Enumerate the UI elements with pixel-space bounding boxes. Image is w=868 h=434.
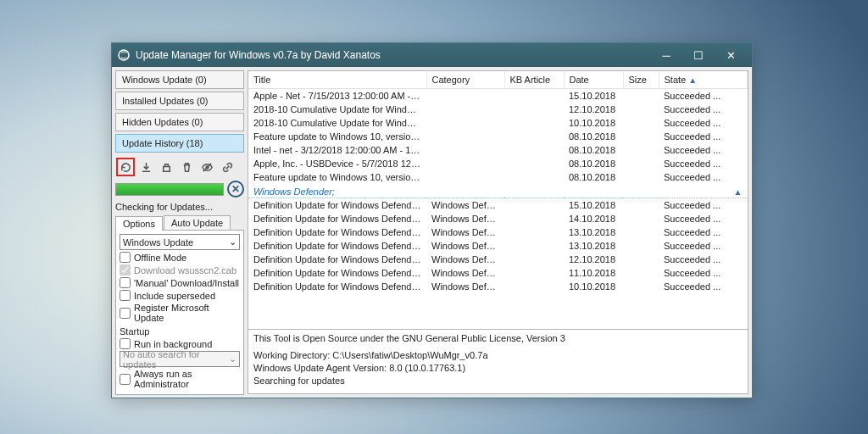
offline-mode-checkbox[interactable]: [120, 252, 131, 263]
sort-arrow-icon: ▲: [688, 75, 697, 85]
status-text: Checking for Updates...: [115, 202, 244, 212]
log-line: Searching for updates: [253, 375, 743, 387]
app-window: Update Manager for Windows v0.7a by Davi…: [111, 42, 753, 398]
tab-auto-update[interactable]: Auto Update: [164, 215, 231, 230]
col-category[interactable]: Category: [426, 71, 504, 89]
sidebar: Windows Update (0)Installed Updates (0)H…: [112, 67, 248, 398]
nav-button-1[interactable]: Installed Updates (0): [115, 92, 244, 110]
chevron-down-icon: ⌄: [229, 353, 236, 364]
download-cab-checkbox: [120, 264, 131, 275]
table-row[interactable]: Definition Update for Windows Defender A…: [248, 266, 748, 280]
log-box[interactable]: This Tool is Open Source under the GNU G…: [248, 329, 748, 393]
minimize-button[interactable]: ─: [650, 43, 682, 67]
group-header-row[interactable]: Windows Defender;▲: [248, 184, 748, 198]
column-header-row[interactable]: Title Category KB Article Date Size Stat…: [248, 71, 748, 89]
install-icon[interactable]: [157, 158, 175, 176]
nav-button-3[interactable]: Update History (18): [115, 134, 244, 153]
maximize-button[interactable]: ☐: [682, 43, 715, 67]
table-row[interactable]: 2018-10 Cumulative Update for Windows 10…: [248, 116, 748, 130]
table-row[interactable]: Feature update to Windows 10, version 18…: [248, 170, 748, 184]
chevron-down-icon: ⌄: [229, 236, 236, 248]
update-list[interactable]: Title Category KB Article Date Size Stat…: [248, 71, 748, 329]
log-line: Windows Update Agent Version: 8.0 (10.0.…: [253, 362, 743, 375]
col-date[interactable]: Date: [564, 71, 623, 89]
titlebar[interactable]: Update Manager for Windows v0.7a by Davi…: [112, 43, 752, 67]
table-row[interactable]: Definition Update for Windows Defender A…: [248, 253, 748, 266]
option-tabs: Options Auto Update: [115, 215, 244, 231]
col-state[interactable]: State ▲: [659, 71, 748, 89]
link-icon[interactable]: [218, 158, 236, 176]
run-as-admin-checkbox[interactable]: [120, 374, 131, 385]
table-row[interactable]: Definition Update for Windows Defender A…: [248, 225, 748, 239]
source-combo[interactable]: Windows Update⌄: [120, 234, 240, 250]
table-row[interactable]: Definition Update for Windows Defender A…: [248, 198, 748, 213]
table-row[interactable]: Feature update to Windows 10, version 18…: [248, 130, 748, 143]
close-button[interactable]: ✕: [715, 43, 747, 67]
table-row[interactable]: Definition Update for Windows Defender A…: [248, 212, 748, 225]
table-row[interactable]: Definition Update for Windows Defender A…: [248, 280, 748, 293]
run-background-checkbox[interactable]: [120, 338, 131, 349]
auto-search-combo: No auto search for updates⌄: [120, 351, 240, 367]
toolbar: [115, 157, 244, 177]
refresh-icon[interactable]: [116, 158, 135, 176]
manual-download-checkbox[interactable]: [120, 277, 131, 288]
col-kb[interactable]: KB Article: [504, 71, 564, 89]
tab-options[interactable]: Options: [115, 216, 163, 231]
startup-group-label: Startup: [120, 326, 240, 337]
uninstall-icon[interactable]: [177, 158, 196, 176]
app-icon: [117, 48, 131, 62]
table-row[interactable]: 2018-10 Cumulative Update for Windows 10…: [248, 103, 748, 116]
include-superseded-checkbox[interactable]: [120, 290, 131, 301]
col-title[interactable]: Title: [248, 71, 426, 89]
log-line: Working Directory: C:\Users\fatiw\Deskto…: [253, 349, 743, 362]
window-title: Update Manager for Windows v0.7a by Davi…: [136, 49, 650, 61]
table-row[interactable]: Apple, Inc. - USBDevice - 5/7/2018 12:00…: [248, 157, 748, 170]
table-row[interactable]: Intel - net - 3/12/2018 12:00:00 AM - 19…: [248, 143, 748, 157]
table-row[interactable]: Definition Update for Windows Defender A…: [248, 239, 748, 253]
register-ms-update-checkbox[interactable]: [120, 308, 131, 319]
log-line: This Tool is Open Source under the GNU G…: [253, 332, 743, 345]
nav-button-0[interactable]: Windows Update (0): [115, 70, 244, 89]
table-row[interactable]: Apple - Net - 7/15/2013 12:00:00 AM - 1.…: [248, 89, 748, 103]
hide-icon[interactable]: [198, 158, 216, 176]
main-panel: Title Category KB Article Date Size Stat…: [248, 70, 748, 394]
download-icon[interactable]: [136, 158, 155, 176]
nav-button-2[interactable]: Hidden Updates (0): [115, 113, 244, 131]
col-size[interactable]: Size: [623, 71, 659, 89]
cancel-button[interactable]: ✕: [227, 181, 244, 198]
progress-bar: [115, 183, 224, 196]
